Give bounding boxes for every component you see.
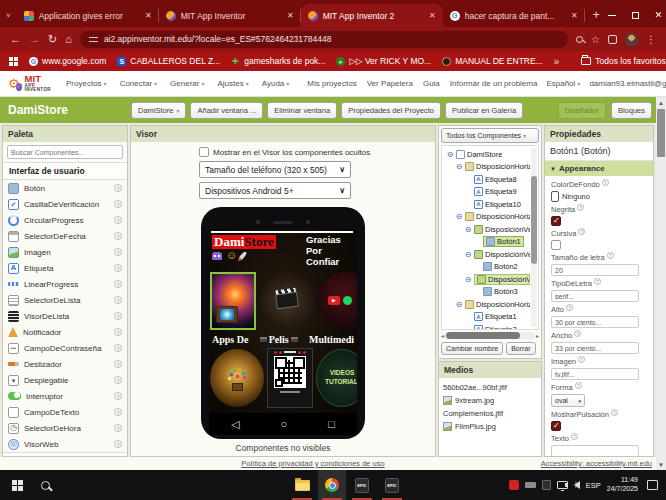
- help-icon[interactable]: ?: [114, 360, 122, 368]
- tab-close-icon[interactable]: ✕: [571, 11, 578, 20]
- device-select[interactable]: Dispositivos Android 5+∨: [199, 182, 351, 199]
- help-icon[interactable]: ?: [571, 433, 578, 440]
- url-text[interactable]: ai2.appinventor.mit.edu/?locale=es_ES#57…: [104, 34, 332, 44]
- help-icon[interactable]: ?: [114, 264, 122, 272]
- app-title-badge[interactable]: DamiStore: [212, 235, 276, 249]
- tree-node[interactable]: Botón3: [444, 286, 530, 299]
- collapse-icon[interactable]: ⊖: [455, 162, 463, 171]
- help-icon[interactable]: ?: [114, 232, 122, 240]
- media-file[interactable]: 9xtream.jpg: [443, 394, 537, 407]
- designer-button[interactable]: Diseñador: [558, 102, 606, 119]
- help-icon[interactable]: ?: [114, 248, 122, 256]
- palette-search-input[interactable]: [7, 145, 123, 159]
- tree-vertical-scrollbar[interactable]: [531, 148, 537, 327]
- collapse-icon[interactable]: ⊖: [464, 275, 472, 284]
- tree-node[interactable]: ⊖DisposiciónVertical: [444, 248, 530, 261]
- collapse-icon[interactable]: ⊖: [446, 150, 454, 159]
- palette-item[interactable]: VisorDeLista?: [3, 308, 127, 324]
- bookmark-item[interactable]: gamesharks de pok...: [231, 56, 325, 66]
- all-favorites-button[interactable]: Todos los favoritos: [581, 56, 665, 66]
- menu-ajustes[interactable]: Ajustes▾: [217, 79, 248, 88]
- help-icon[interactable]: ?: [611, 409, 618, 416]
- new-tab-button[interactable]: +: [593, 8, 600, 22]
- zoom-search-icon[interactable]: [576, 36, 583, 43]
- multimedia-image-button[interactable]: ▶ ♪: [318, 272, 357, 330]
- palette-item[interactable]: LinearProgress?: [3, 276, 127, 292]
- minimize-button[interactable]: [608, 15, 616, 16]
- volume-icon[interactable]: [574, 481, 580, 489]
- address-bar[interactable]: ai2.appinventor.mit.edu/?locale=es_ES#57…: [80, 31, 568, 48]
- help-icon[interactable]: ?: [114, 296, 122, 304]
- palette-item[interactable]: CampoDeContraseña?: [3, 340, 127, 356]
- property-select[interactable]: oval▾: [551, 394, 585, 407]
- palette-section-ui[interactable]: Interfaz de usuario: [3, 162, 127, 180]
- property-input[interactable]: [551, 368, 639, 380]
- bookmark-item[interactable]: ▷▷ Ver RICK Y MO...: [336, 56, 431, 66]
- bookmarks-overflow-icon[interactable]: »: [554, 56, 560, 67]
- help-icon[interactable]: ?: [114, 328, 122, 336]
- help-icon[interactable]: ?: [607, 252, 614, 259]
- tree-horizontal-scrollbar[interactable]: ◂ ▸: [441, 331, 539, 340]
- scroll-right-icon[interactable]: ▸: [536, 332, 539, 339]
- project-bar-button[interactable]: Añadir ventana ...: [190, 102, 263, 119]
- media-file[interactable]: 560b02ae...90bf.jfif: [443, 381, 537, 394]
- chrome-taskbar-button[interactable]: [318, 470, 346, 500]
- components-filter-button[interactable]: Todos los Componentes▾: [441, 128, 539, 143]
- qr-card-image-button[interactable]: [267, 348, 313, 408]
- tab-close-icon[interactable]: ✕: [145, 11, 152, 20]
- palette-item[interactable]: Imagen?: [3, 244, 127, 260]
- start-button[interactable]: [4, 470, 30, 500]
- menu-conectar[interactable]: Conectar▾: [120, 79, 157, 88]
- tab-close-icon[interactable]: ✕: [429, 11, 436, 20]
- palette-item[interactable]: Etiqueta?: [3, 260, 127, 276]
- media-file[interactable]: FilmPlus.jpg: [443, 420, 537, 433]
- page-scrollbar[interactable]: ▲ ▼: [656, 97, 666, 470]
- scroll-down-icon[interactable]: ▼: [656, 459, 666, 470]
- palette-item[interactable]: CampoDeTexto?: [3, 404, 127, 420]
- help-icon[interactable]: ?: [602, 179, 609, 186]
- property-input[interactable]: [551, 264, 639, 276]
- bookmark-item[interactable]: MANUAL DE ENTRE...: [442, 56, 543, 66]
- help-icon[interactable]: ?: [594, 278, 601, 285]
- palette-item[interactable]: SelectorDeHora?: [3, 420, 127, 436]
- close-button[interactable]: ✕: [655, 12, 663, 19]
- extensions-icon[interactable]: [608, 35, 617, 44]
- help-icon[interactable]: ?: [114, 280, 122, 288]
- reload-icon[interactable]: ↻: [48, 34, 57, 45]
- tab-search-icon[interactable]: ˅: [6, 11, 11, 20]
- header-link[interactable]: Ver Papelera: [367, 79, 413, 88]
- show-hidden-checkbox[interactable]: [199, 147, 209, 157]
- tree-node[interactable]: ⊖DisposiciónHorizontal: [444, 161, 530, 174]
- tree-node[interactable]: Etiqueta2: [444, 323, 530, 330]
- palette-item[interactable]: CasillaDeVerificación?: [3, 196, 127, 212]
- help-icon[interactable]: ?: [577, 204, 584, 211]
- tree-node[interactable]: Etiqueta1: [444, 311, 530, 324]
- browser-tab[interactable]: MIT App Inventor✕: [159, 4, 301, 27]
- epic-games-button-1[interactable]: EPIC: [348, 470, 376, 500]
- palette-item[interactable]: Desplegable?: [3, 372, 127, 388]
- apps-label[interactable]: Apps De: [212, 334, 248, 345]
- apps-grid-icon[interactable]: [9, 57, 18, 66]
- home-icon[interactable]: ⌂: [65, 34, 72, 45]
- property-input[interactable]: [551, 316, 639, 328]
- android-back-icon[interactable]: ◁: [231, 419, 239, 430]
- mit-app-inventor-logo[interactable]: ⚙ MIT APP INVENTOR: [8, 74, 53, 93]
- media-file[interactable]: Complementos.jfif: [443, 407, 537, 420]
- help-icon[interactable]: ?: [114, 408, 122, 416]
- thanks-label[interactable]: Gracias Por Confiar: [306, 235, 354, 268]
- collapse-icon[interactable]: ⊖: [464, 225, 472, 234]
- collapse-icon[interactable]: ⊖: [455, 300, 463, 309]
- help-icon[interactable]: ?: [578, 228, 585, 235]
- tree-node[interactable]: ⊖DisposiciónVertical: [444, 223, 530, 236]
- tray-device-icon[interactable]: [525, 482, 536, 488]
- project-bar-button[interactable]: Eliminar ventana: [267, 102, 337, 119]
- pelis-label[interactable]: Pelis: [269, 334, 289, 345]
- help-icon[interactable]: ?: [114, 376, 122, 384]
- help-icon[interactable]: ?: [114, 424, 122, 432]
- blocks-button[interactable]: Bloques: [611, 102, 652, 119]
- palette-item[interactable]: Botón?: [3, 180, 127, 196]
- palette-item[interactable]: Notificador?: [3, 324, 127, 340]
- forward-icon[interactable]: →: [29, 34, 40, 45]
- help-icon[interactable]: ?: [114, 216, 122, 224]
- account-menu[interactable]: damian93.elmastil@gmail.com▾: [589, 79, 666, 88]
